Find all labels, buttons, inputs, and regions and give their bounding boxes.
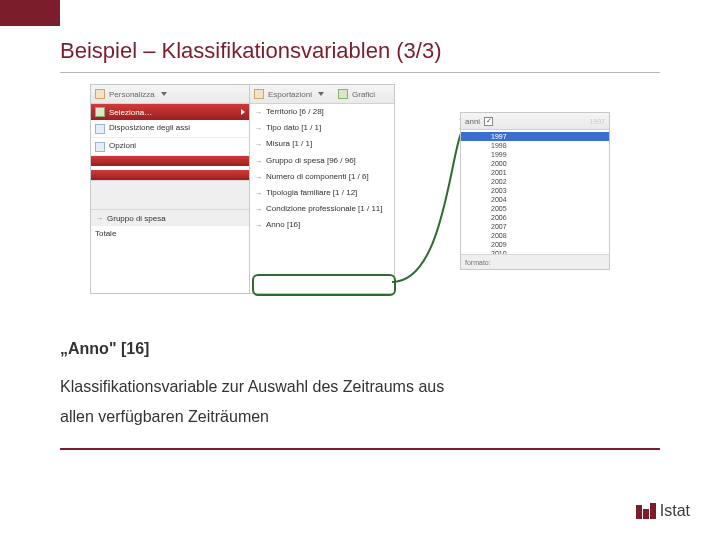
- year-option[interactable]: 2008: [461, 231, 609, 240]
- slide-accent-bar: [0, 0, 60, 26]
- menu-item-opzioni[interactable]: Opzioni: [91, 138, 249, 156]
- variable-item-label: Misura [1 / 1]: [266, 139, 390, 148]
- customize-panel: Personalizza Seleziona… Disposizione deg…: [90, 84, 250, 294]
- variable-item[interactable]: →Territorio [6 / 28]: [250, 104, 394, 120]
- year-selector-panel: anni ✓ 1997 1997199819992000200120022003…: [460, 112, 610, 270]
- year-option[interactable]: 2004: [461, 195, 609, 204]
- chevron-down-icon: [161, 92, 167, 96]
- year-option[interactable]: 2000: [461, 159, 609, 168]
- screenshot-area: Personalizza Seleziona… Disposizione deg…: [90, 84, 610, 304]
- arrow-right-icon: →: [254, 205, 262, 214]
- year-panel-footer: formato:: [461, 254, 609, 269]
- customize-toolbar[interactable]: Personalizza: [91, 85, 249, 104]
- seleziona-button[interactable]: Seleziona…: [91, 104, 249, 120]
- bottom-rule: [60, 448, 660, 450]
- chart-icon: [338, 89, 348, 99]
- year-option[interactable]: 1997: [461, 132, 609, 141]
- annotation-line-3: allen verfügbaren Zeiträumen: [60, 408, 660, 426]
- plus-icon: [95, 107, 105, 117]
- grafici-label: Grafici: [352, 90, 375, 99]
- seleziona-label: Seleziona…: [109, 108, 152, 117]
- arrow-right-icon: →: [254, 108, 262, 117]
- gruppo-di-spesa-row[interactable]: → Gruppo di spesa: [91, 210, 249, 226]
- logo-bars-icon: [636, 503, 656, 519]
- year-footer-label: formato:: [465, 259, 491, 266]
- variable-item[interactable]: →Gruppo di spesa [96 / 96]: [250, 153, 394, 169]
- chevron-right-icon: [241, 109, 245, 115]
- year-header-label: anni: [465, 117, 480, 126]
- highlight-ring: [252, 274, 396, 296]
- arrow-right-icon: →: [254, 189, 262, 198]
- chevron-down-icon: [318, 92, 324, 96]
- year-option[interactable]: 1998: [461, 141, 609, 150]
- variable-item-label: Territorio [6 / 28]: [266, 107, 390, 116]
- red-divider: [91, 156, 249, 166]
- variable-item-label: Tipo dato [1 / 1]: [266, 123, 390, 132]
- year-top-cut: 1997: [589, 118, 605, 125]
- variable-item-label: Anno [16]: [266, 220, 390, 229]
- arrow-right-icon: →: [95, 214, 103, 223]
- year-option[interactable]: 2003: [461, 186, 609, 195]
- menu-item-label: Opzioni: [109, 141, 245, 150]
- year-select-all-checkbox[interactable]: ✓: [484, 117, 493, 126]
- arrow-right-icon: →: [254, 140, 262, 149]
- variable-item-label: Numero di componenti [1 / 6]: [266, 172, 390, 181]
- year-option[interactable]: 2006: [461, 213, 609, 222]
- year-option[interactable]: 1999: [461, 150, 609, 159]
- variable-item[interactable]: →Misura [1 / 1]: [250, 136, 394, 152]
- customize-icon: [95, 89, 105, 99]
- variable-item[interactable]: →Tipo dato [1 / 1]: [250, 120, 394, 136]
- options-icon: [95, 142, 105, 152]
- menu-item-label: Disposizione degli assi: [109, 123, 245, 132]
- year-option[interactable]: 2005: [461, 204, 609, 213]
- grid-icon: [95, 124, 105, 134]
- variable-item-label: Tipologia familiare [1 / 12]: [266, 188, 390, 197]
- export-icon: [254, 89, 264, 99]
- logo-label: Istat: [660, 502, 690, 520]
- variables-toolbar[interactable]: Esportazioni Grafici: [250, 85, 394, 104]
- page-title: Beispiel – Klassifikationsvariablen (3/3…: [60, 38, 442, 64]
- year-option[interactable]: 2007: [461, 222, 609, 231]
- totale-row: Totale: [91, 226, 249, 240]
- variable-item-label: Gruppo di spesa [96 / 96]: [266, 156, 390, 165]
- year-list[interactable]: 1997199819992000200120022003200420052006…: [461, 130, 609, 260]
- totale-label: Totale: [95, 229, 116, 238]
- arrow-right-icon: →: [254, 124, 262, 133]
- export-label: Esportazioni: [268, 90, 312, 99]
- callout-connector-icon: [390, 114, 470, 284]
- menu-item-disposizione[interactable]: Disposizione degli assi: [91, 120, 249, 138]
- arrow-right-icon: →: [254, 157, 262, 166]
- arrow-right-icon: →: [254, 221, 262, 230]
- gruppo-di-spesa-label: Gruppo di spesa: [107, 214, 166, 223]
- grey-gap: [91, 180, 249, 210]
- red-divider: [91, 170, 249, 180]
- year-option[interactable]: 2001: [461, 168, 609, 177]
- variable-item[interactable]: →Condizione professionale [1 / 11]: [250, 201, 394, 217]
- arrow-right-icon: →: [254, 173, 262, 182]
- variable-item[interactable]: →Numero di componenti [1 / 6]: [250, 169, 394, 185]
- customize-label: Personalizza: [109, 90, 155, 99]
- variable-item[interactable]: →Tipologia familiare [1 / 12]: [250, 185, 394, 201]
- year-option[interactable]: 2002: [461, 177, 609, 186]
- year-toolbar: anni ✓ 1997: [461, 113, 609, 130]
- variable-item-label: Condizione professionale [1 / 11]: [266, 204, 390, 213]
- heading-rule: [60, 72, 660, 73]
- annotation-line-1: „Anno" [16]: [60, 340, 660, 358]
- variables-panel: Esportazioni Grafici →Territorio [6 / 28…: [250, 84, 395, 294]
- annotation-line-2: Klassifikationsvariable zur Auswahl des …: [60, 378, 660, 396]
- istat-logo: Istat: [636, 502, 690, 520]
- year-option[interactable]: 2009: [461, 240, 609, 249]
- variable-item[interactable]: →Anno [16]: [250, 217, 394, 233]
